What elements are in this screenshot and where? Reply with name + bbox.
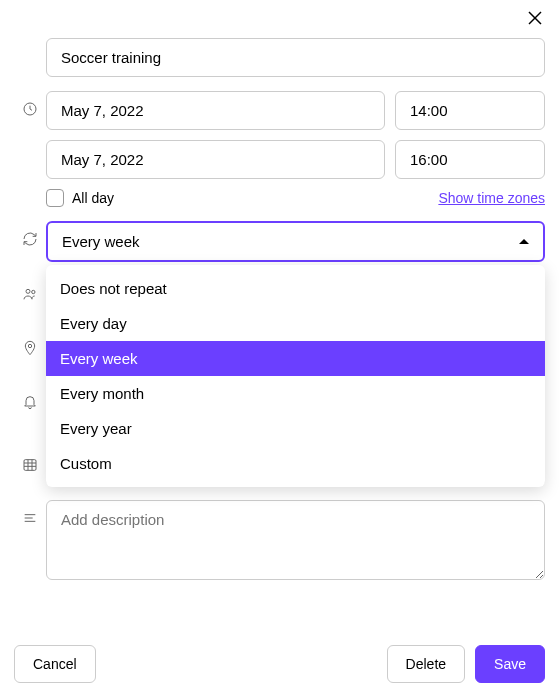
close-button[interactable] [525,8,545,28]
event-title-input[interactable] [46,38,545,77]
allday-label: All day [72,190,114,206]
clock-icon [22,101,38,117]
start-time-input[interactable] [395,91,545,130]
save-button[interactable]: Save [475,645,545,683]
repeat-select[interactable]: Every week [46,221,545,262]
cancel-button[interactable]: Cancel [14,645,96,683]
repeat-option-custom[interactable]: Custom [46,446,545,481]
location-icon [22,340,38,356]
start-date-input[interactable] [46,91,385,130]
allday-checkbox[interactable] [46,189,64,207]
repeat-option-every-month[interactable]: Every month [46,376,545,411]
chevron-up-icon [519,239,529,244]
description-input[interactable] [46,500,545,580]
repeat-dropdown: Does not repeat Every day Every week Eve… [46,265,545,487]
svg-point-4 [32,290,35,293]
repeat-selected-label: Every week [62,233,140,250]
delete-button[interactable]: Delete [387,645,465,683]
repeat-option-every-day[interactable]: Every day [46,306,545,341]
repeat-option-every-year[interactable]: Every year [46,411,545,446]
guests-icon [22,286,38,302]
calendar-grid-icon [22,457,38,473]
repeat-option-every-week[interactable]: Every week [46,341,545,376]
bell-icon [22,394,38,410]
svg-point-5 [28,344,31,347]
description-icon [22,510,38,526]
repeat-option-does-not-repeat[interactable]: Does not repeat [46,271,545,306]
svg-rect-6 [24,460,36,471]
show-timezones-link[interactable]: Show time zones [438,190,545,206]
repeat-icon [22,231,38,247]
svg-point-3 [26,289,30,293]
end-time-input[interactable] [395,140,545,179]
end-date-input[interactable] [46,140,385,179]
